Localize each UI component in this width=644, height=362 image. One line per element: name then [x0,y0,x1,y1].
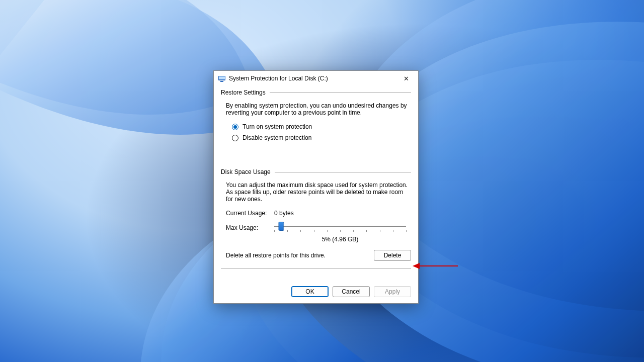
disk-description: You can adjust the maximum disk space us… [221,182,411,208]
radio-turn-on[interactable]: Turn on system protection [221,121,411,132]
titlebar[interactable]: System Protection for Local Disk (C:) ✕ [214,71,418,86]
divider [270,93,411,93]
restore-description: By enabling system protection, you can u… [221,102,411,121]
current-usage-value: 0 bytes [274,210,294,217]
delete-description: Delete all restore points for this drive… [226,252,326,259]
close-icon: ✕ [404,75,409,82]
disk-space-group: Disk Space Usage You can adjust the maxi… [221,168,411,268]
max-usage-value: 5% (4.96 GB) [221,236,411,243]
close-button[interactable]: ✕ [395,71,417,85]
divider [275,172,411,172]
svg-rect-2 [220,81,223,82]
max-usage-label: Max Usage: [226,224,274,231]
restore-settings-header: Restore Settings [221,89,266,96]
cancel-button[interactable]: Cancel [333,286,370,297]
radio-disable[interactable]: Disable system protection [221,132,411,143]
current-usage-label: Current Usage: [226,210,274,217]
svg-rect-1 [219,76,225,79]
radio-icon [232,135,238,141]
apply-button[interactable]: Apply [374,286,411,297]
system-protection-dialog: System Protection for Local Disk (C:) ✕ … [213,70,419,304]
restore-settings-group: Restore Settings By enabling system prot… [221,89,411,143]
delete-button[interactable]: Delete [374,250,411,261]
dialog-footer: OK Cancel Apply [221,286,411,297]
disk-space-header: Disk Space Usage [221,168,271,175]
radio-disable-label: Disable system protection [243,134,311,141]
radio-turn-on-label: Turn on system protection [243,123,312,130]
ok-button[interactable]: OK [291,286,329,297]
max-usage-slider[interactable] [274,221,411,235]
radio-icon [232,124,238,130]
dialog-title: System Protection for Local Disk (C:) [229,75,395,82]
slider-thumb[interactable] [278,222,284,231]
app-icon [218,74,226,82]
divider [221,268,411,268]
